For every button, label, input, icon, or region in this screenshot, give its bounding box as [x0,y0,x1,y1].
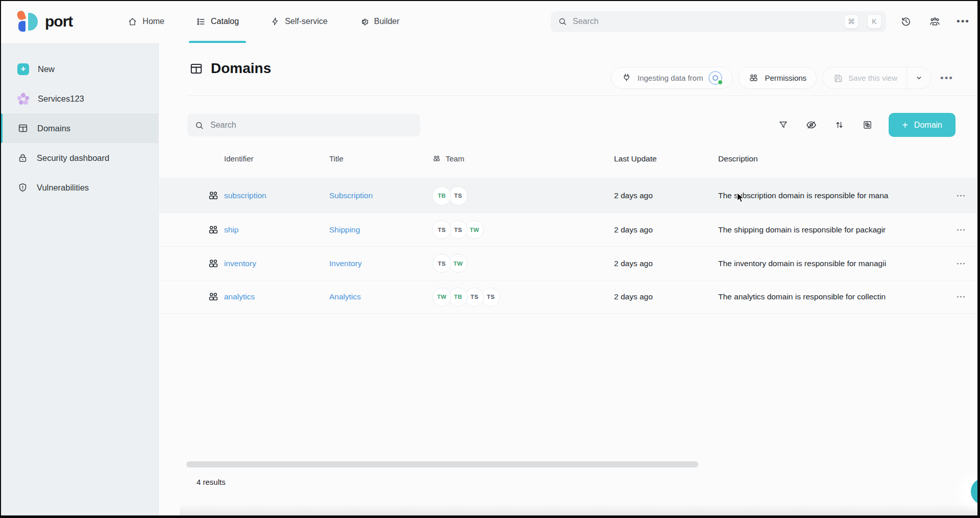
app-window: port Home Catalog Self-service Builder [0,0,980,518]
chevron-down-icon [914,73,924,83]
sidebar-item-domains[interactable]: Domains [0,113,158,143]
horizontal-scrollbar[interactable] [186,461,698,467]
sidebar-item-label: Vulnerabilities [37,183,89,193]
save-view-button[interactable]: Save this view [823,67,906,88]
save-view-dropdown-button[interactable] [906,67,931,88]
sidebar: + New Services123 Domains Security dashb… [0,43,159,518]
global-search[interactable]: ⌘ K [551,11,886,32]
people-icon [202,257,224,270]
catalog-icon [196,17,206,27]
table-row[interactable]: analytics Analytics TWTBTSTS 2 days ago … [159,280,980,314]
top-navbar: port Home Catalog Self-service Builder [0,0,980,43]
table-header-row: Identifier Title Team Last Update Descri… [159,139,980,179]
sidebar-item-services123[interactable]: Services123 [0,84,158,113]
ingesting-data-button[interactable]: Ingesting data from [611,67,732,89]
team-avatar[interactable]: TS [465,288,484,307]
row-more-button[interactable]: ⋯ [942,291,980,302]
nav-item-self-service[interactable]: Self-service [271,0,328,43]
identifier-link[interactable]: ship [224,225,238,234]
hide-columns-icon[interactable] [803,117,819,133]
row-more-button[interactable]: ⋯ [942,258,980,269]
team-avatar[interactable]: TB [449,288,468,307]
identifier-link[interactable]: inventory [224,259,256,268]
row-more-button[interactable]: ⋯ [942,224,980,236]
sidebar-item-new[interactable]: + New [0,54,158,84]
primary-nav: Home Catalog Self-service Builder [128,0,399,43]
people-icon [432,154,441,163]
history-icon[interactable] [898,14,914,29]
people-icon [202,224,224,236]
table-row[interactable]: subscription Subscription TBTS 2 days ag… [159,179,980,213]
save-view-group: Save this view [822,67,932,89]
team-avatar[interactable]: TW [449,254,468,273]
last-update-cell: 2 days ago [614,225,718,234]
column-header-team[interactable]: Team [432,154,614,163]
column-header-identifier[interactable]: Identifier [224,154,329,163]
team-avatar[interactable]: TS [432,254,451,273]
global-search-input[interactable] [573,17,839,26]
navbar-more-icon[interactable]: ••• [955,14,971,29]
identifier-link[interactable]: analytics [224,292,255,301]
identifier-link[interactable]: subscription [224,191,266,200]
table-toolbar: + Domain [159,96,980,139]
add-domain-button[interactable]: + Domain [889,113,955,137]
team-avatar[interactable]: TS [432,220,451,239]
team-avatars: TSTSTW [432,220,614,239]
team-avatars: TSTW [432,254,614,273]
last-update-cell: 2 days ago [614,259,718,268]
page-more-button[interactable]: ••• [937,67,957,89]
column-header-last-update[interactable]: Last Update [614,154,718,163]
table-icon [17,123,29,134]
header-actions: Ingesting data from Permissions Save thi… [611,67,957,89]
navbar-actions: ••• [898,14,971,29]
last-update-cell: 2 days ago [614,191,718,200]
group-by-icon[interactable] [859,117,875,133]
table-row[interactable]: inventory Inventory TSTW 2 days ago The … [159,246,980,280]
shield-alert-icon [17,182,28,193]
plus-square-icon: + [17,63,29,75]
port-logo[interactable]: port [17,10,72,33]
sidebar-item-label: Domains [37,124,70,133]
permissions-button[interactable]: Permissions [738,67,817,89]
team-avatar[interactable]: TS [449,220,468,239]
table-search-input[interactable] [210,121,413,130]
team-avatar[interactable]: TW [465,220,484,239]
table-row[interactable]: ship Shipping TSTSTW 2 days ago The ship… [159,213,980,246]
title-link[interactable]: Analytics [329,292,361,301]
last-update-cell: 2 days ago [614,292,718,301]
title-link[interactable]: Inventory [329,259,362,268]
row-more-button[interactable]: ⋯ [942,190,980,201]
title-link[interactable]: Shipping [329,225,360,234]
team-avatar[interactable]: TS [449,186,468,205]
nav-item-home[interactable]: Home [128,0,164,43]
nav-item-catalog[interactable]: Catalog [196,0,239,43]
description-cell: The inventory domain is responsible for … [718,259,942,268]
team-avatar[interactable]: TB [432,186,451,205]
page-title-text: Domains [211,60,271,77]
filter-icon[interactable] [775,117,791,133]
team-avatars: TBTS [432,186,614,205]
home-icon [128,17,137,27]
results-count: 4 results [197,478,226,486]
column-header-title[interactable]: Title [329,154,432,163]
team-avatars: TWTBTSTS [432,288,614,307]
sort-icon[interactable] [831,117,847,133]
status-dot [718,80,723,85]
table-search[interactable] [187,114,420,136]
plug-icon [621,73,632,83]
nav-item-builder[interactable]: Builder [359,0,400,43]
team-avatar[interactable]: TW [432,288,451,307]
table-body: subscription Subscription TBTS 2 days ag… [159,179,980,314]
title-link[interactable]: Subscription [329,191,373,200]
column-header-description[interactable]: Description [718,154,942,163]
sidebar-item-label: Services123 [38,94,84,104]
search-icon [558,17,567,26]
nav-label: Catalog [211,17,239,26]
description-cell: The analytics domain is responsible for … [718,292,942,301]
team-avatar[interactable]: TS [481,288,500,307]
sidebar-item-security-dashboard[interactable]: Security dashboard [0,143,158,173]
table-icon [189,61,204,76]
nav-label: Builder [374,17,400,26]
organization-icon[interactable] [927,14,942,29]
sidebar-item-vulnerabilities[interactable]: Vulnerabilities [0,173,158,202]
